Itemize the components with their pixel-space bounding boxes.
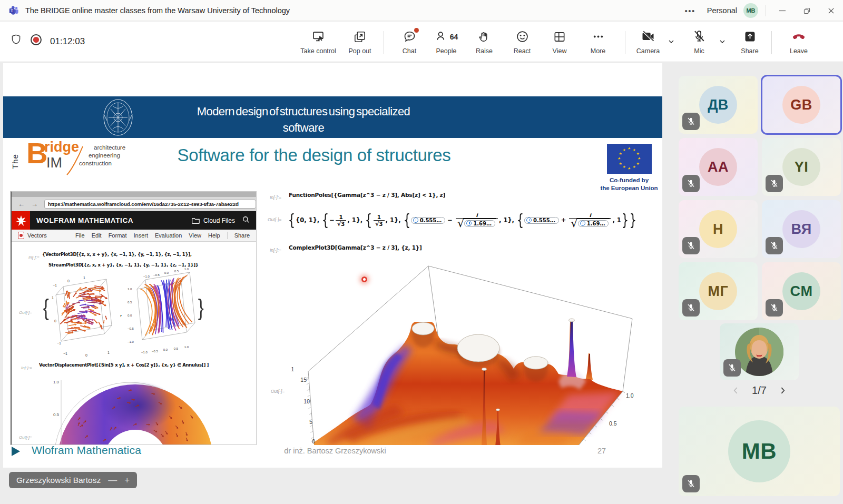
svg-text:1.0: 1.0 [128,288,132,291]
restore-button[interactable] [795,0,819,21]
bridge-logo-word: architecture [94,144,125,151]
mic-muted-icon [766,299,783,317]
camera-label: Camera [636,47,660,55]
mic-muted-icon [682,113,700,130]
out-label: Out[·]= [271,389,285,394]
participant-tile[interactable]: CM [762,262,841,320]
participant-tile[interactable]: МГ [679,262,758,320]
pager-next-icon[interactable] [778,386,787,395]
participant-video-tile[interactable] [720,323,799,380]
code-functionpoles[interactable]: FunctionPoles[{Gamma[z^3 − z / 3], Abs[z… [289,192,445,198]
share-button[interactable]: Share [727,26,772,55]
self-video-tile[interactable]: MB [679,407,840,496]
self-avatar: MB [728,420,790,482]
menu-item-share[interactable]: Share [234,232,250,239]
menu-item[interactable]: Insert [133,232,148,239]
participant-avatar: YI [782,148,820,186]
url-field[interactable]: https://mathematica.wolframcloud.com/env… [44,200,256,209]
recording-icon [29,33,43,49]
streamplot3d-output[interactable]: 1.00.50.0−0.5−1.01.00.50.0−0.5−1.0−1.0−0… [125,263,202,360]
participant-tile[interactable]: ДВ [679,76,758,134]
svg-text:1: 1 [52,296,54,300]
participant-tile[interactable]: ВЯ [762,200,841,258]
menu-item[interactable]: View [189,232,201,239]
browser-back-icon[interactable]: ← [18,200,25,208]
search-icon[interactable] [241,215,251,226]
name-tag-minus[interactable]: — [108,475,117,486]
svg-text:0: 0 [85,353,87,357]
cloud-files-label: Cloud Files [203,217,235,224]
eu-star: ★ [617,156,621,161]
in-label: In[·]:= [270,195,281,200]
participant-tile[interactable]: H [679,200,758,258]
code-vectordisplacement[interactable]: VectorDisplacementPlot[{Sin[5 x y], x + … [39,362,209,368]
menu-item[interactable]: Format [109,232,127,239]
profile-label[interactable]: Personal [707,6,737,15]
svg-text:−1: −1 [63,352,67,355]
svg-text:0.0: 0.0 [128,314,132,317]
participant-avatar: H [699,210,737,248]
meeting-title: The BRIDGE online master classes from th… [25,6,290,15]
mic-button[interactable]: Mic [677,26,722,55]
user-avatar[interactable]: MB [743,3,758,18]
eu-flag: ★★★★★★★★★★★★ [607,144,652,174]
annulus-plot-output[interactable]: 1.00.5 [43,377,233,444]
svg-text:−1.0: −1.0 [128,340,134,343]
pop-out-button[interactable]: Pop out [337,26,383,55]
notebook-tab-label: Vectors [27,232,47,239]
window-titlebar: T The BRIDGE online master classes from … [0,0,843,21]
leave-button[interactable]: Leave [776,26,821,55]
svg-text:1: 1 [83,276,85,280]
complexplot3d-output[interactable]: 11510501.00.5 [274,261,649,445]
participant-tile[interactable]: YI [762,138,841,196]
notebook-tab[interactable]: Vectors [18,232,47,239]
presenter-name: Grzeszykowski Bartosz [16,476,101,485]
play-icon[interactable] [12,447,20,456]
presenter-name-tag: Grzeszykowski Bartosz — + [9,472,137,488]
menu-item[interactable]: Help [208,232,220,239]
wolfram-logo [12,211,30,230]
minimize-button[interactable] [770,0,795,21]
close-button[interactable] [819,0,843,21]
svg-text:1.0: 1.0 [184,268,189,271]
svg-text:T: T [11,8,13,13]
cloud-files-button[interactable]: Cloud Files [191,216,235,224]
browser-tabstrip [12,192,256,197]
camera-button[interactable]: Camera [625,26,671,55]
more-button[interactable]: More [575,26,621,55]
in-label: In[·]:= [270,248,281,253]
menu-item[interactable]: Evaluation [155,232,182,239]
mic-muted-icon [682,299,700,317]
more-icon [591,26,605,44]
svg-text:0.5: 0.5 [174,347,179,350]
name-tag-plus[interactable]: + [124,475,130,486]
code-vectorplot3d[interactable]: {VectorPlot3D[{z, x, x + y}, {x, −1, 1},… [42,252,192,257]
svg-text:1: 1 [107,351,110,354]
mic-chevron-icon[interactable] [718,37,727,48]
notebook-icon [18,232,24,239]
titlebar-more-button[interactable]: ••• [685,6,695,15]
eu-text-line1: Co-funded by [595,176,662,184]
wolfram-browser-window: ← → https://mathematica.wolframcloud.com… [11,191,257,445]
participant-avatar: CM [782,272,820,310]
code-complexplot3d[interactable]: ComplexPlot3D[Gamma[z^3 − z / 3], {z, 1}… [289,244,422,251]
eu-star: ★ [619,162,622,166]
menu-item[interactable]: Edit [92,232,102,239]
eu-star: ★ [636,162,639,166]
take-control-icon [311,26,326,44]
wolfram-header: WOLFRAM MATHEMATICA Cloud Files [12,211,256,230]
bridge-logo: The B ridge IM architecture engineering … [15,143,136,179]
browser-forward-icon[interactable]: → [31,200,38,208]
svg-text:1.0: 1.0 [626,392,634,399]
share-label: Share [741,47,758,55]
participant-tile[interactable]: GB [762,76,841,134]
menu-item[interactable]: File [75,232,85,239]
participant-tile[interactable]: AA [679,138,758,196]
notebook-menus: File Edit Format Insert Evaluation View … [75,232,250,239]
pager-prev-icon[interactable] [731,386,740,395]
camera-chevron-icon[interactable] [667,37,675,48]
vectorplot3d-output[interactable]: 10−110−1−101 [47,271,120,358]
teams-app-icon: T [8,5,20,16]
eu-star: ★ [638,156,641,161]
take-control-button[interactable]: Take control [296,26,341,55]
